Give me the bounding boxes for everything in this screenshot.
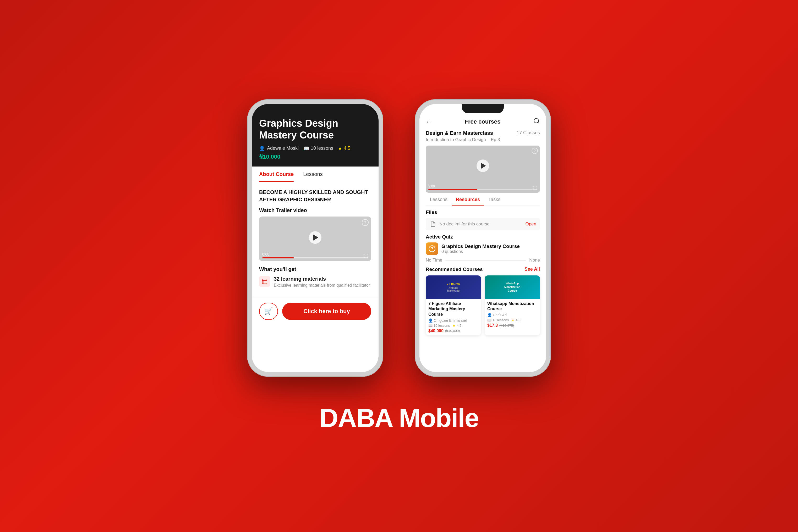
- course-author: 👤 Adewale Moski: [259, 146, 299, 151]
- notch-1: [294, 104, 336, 113]
- page-title: Free courses: [465, 118, 501, 125]
- files-title: Files: [426, 209, 540, 215]
- book-icon-2: 📖: [487, 318, 491, 322]
- course-title: Graphics Design Mastery Course: [259, 117, 371, 141]
- rec-card-2[interactable]: WhatsApp Monetization Course Whatsapp Mo…: [485, 276, 540, 335]
- fullscreen-icon[interactable]: ⛶: [533, 186, 537, 190]
- person-icon-1: 👤: [428, 318, 433, 323]
- price-orig-1: (₦40,000): [445, 329, 460, 333]
- materials-count: 32 learning materials: [274, 276, 370, 282]
- help-icon[interactable]: ?: [362, 219, 369, 226]
- cart-icon: 🛒: [264, 307, 273, 315]
- price-main-2: $17.3: [487, 323, 498, 328]
- progress-fill: [262, 258, 294, 259]
- price-orig-2: (₦10,375): [499, 324, 514, 327]
- recommended-header: Recommended Courses See All: [426, 267, 540, 272]
- active-quiz-title: Active Quiz: [426, 234, 540, 240]
- rating: ★ 4.5: [338, 146, 350, 151]
- classes-count: 17 Classes: [517, 130, 540, 136]
- back-button[interactable]: ←: [426, 118, 432, 126]
- quiz-time-row: No Time None: [426, 258, 540, 263]
- lesson-tabs: Lessons Resources Tasks: [426, 194, 540, 206]
- brand-name: DABA Mobile: [319, 403, 479, 433]
- progress-bar-p2[interactable]: [428, 189, 537, 190]
- watch-trailer-label: Watch Trailer video: [259, 207, 371, 213]
- no-doc-row: No doc imi for this course Open: [426, 218, 540, 230]
- see-all-link[interactable]: See All: [524, 267, 540, 272]
- course-headline: BECOME A HIGHLY SKILLED AND SOUGHT AFTER…: [259, 189, 371, 203]
- quiz-thumbnail: [426, 243, 438, 255]
- rec-card-lessons-1: 📖 10 lessons ★ 4.5: [428, 324, 478, 327]
- phone-2-inner: ← Free courses Design & Earn Masterclass…: [420, 104, 546, 372]
- rec-card-body-2: Whatsapp Monetization Course 👤 Chris Ari…: [485, 299, 540, 330]
- tab-about-course[interactable]: About Course: [259, 167, 294, 182]
- course-name: Design & Earn Masterclass: [426, 130, 493, 136]
- phone1-content: Graphics Design Mastery Course 👤 Adewale…: [252, 104, 378, 372]
- phone2-content: ← Free courses Design & Earn Masterclass…: [420, 104, 546, 372]
- star-icon: ★: [338, 146, 342, 151]
- price-main-1: $40,000: [428, 328, 444, 333]
- star-icon-1: ★: [452, 324, 456, 327]
- active-quiz-section: Active Quiz Graphics Design Mastery: [426, 234, 540, 263]
- recommended-cards: 7 Figures Affiliate Marketing 7 Figure A…: [426, 276, 540, 335]
- tab-tasks[interactable]: Tasks: [484, 194, 505, 206]
- book-icon: 📖: [303, 146, 309, 151]
- progress-fill-p2: [428, 189, 477, 190]
- play-button[interactable]: [309, 231, 321, 244]
- open-link[interactable]: Open: [525, 222, 536, 227]
- recommended-section: Recommended Courses See All 7 Figures Af…: [426, 267, 540, 335]
- document-icon: [429, 221, 437, 228]
- course-price: ₦10,000: [259, 153, 371, 160]
- notch-2: [462, 104, 504, 113]
- star-icon-2: ★: [512, 318, 515, 322]
- phone2-body: Design & Earn Masterclass 17 Classes Int…: [420, 130, 546, 372]
- help-icon-p2[interactable]: ?: [532, 148, 538, 154]
- play-button-p2[interactable]: [477, 159, 489, 172]
- phone-1-inner: Graphics Design Mastery Course 👤 Adewale…: [252, 104, 378, 372]
- play-icon: [481, 163, 486, 169]
- course-header-row: Design & Earn Masterclass 17 Classes: [426, 130, 540, 136]
- svg-rect-0: [262, 279, 267, 284]
- rec-card-price-2: $17.3 (₦10,375): [487, 323, 537, 328]
- rec-card-lessons-2: 📖 10 lessons ★ 4.5: [487, 318, 537, 322]
- material-text: 32 learning materials Exclusive learning…: [274, 276, 370, 288]
- rec-card-1[interactable]: 7 Figures Affiliate Marketing 7 Figure A…: [426, 276, 481, 335]
- book-icon-1: 📖: [428, 324, 432, 327]
- rec-card-author-1: 👤 Chigozie Emmanuel: [428, 318, 478, 323]
- phone-1: Graphics Design Mastery Course 👤 Adewale…: [247, 99, 383, 377]
- what-youll-get-section: What you'll get 32 learning materia: [259, 266, 371, 288]
- person-icon: 👤: [259, 146, 265, 151]
- video-time: 0:00: [262, 252, 368, 256]
- tab-lessons-p2[interactable]: Lessons: [426, 194, 452, 206]
- lesson-video-player[interactable]: ? 3:09 ⛶: [426, 146, 540, 193]
- tab-lessons[interactable]: Lessons: [303, 167, 323, 182]
- quiz-row: Graphics Design Mastery Course 0 questio…: [426, 243, 540, 255]
- rec-card-price-1: $40,000 (₦40,000): [428, 328, 478, 333]
- buy-button[interactable]: Click here to buy: [282, 303, 371, 320]
- none-label: None: [529, 258, 540, 263]
- cart-button[interactable]: 🛒: [259, 303, 278, 320]
- video-controls-p2: 3:09: [428, 184, 537, 190]
- quiz-questions: 0 questions: [442, 249, 520, 254]
- progress-bar[interactable]: [262, 258, 368, 259]
- video-controls: 0:00: [262, 252, 368, 259]
- trailer-video-player[interactable]: ? 0:00 ⛶: [259, 216, 371, 261]
- lessons-count: 📖 10 lessons: [303, 146, 333, 151]
- material-icon: [259, 276, 270, 287]
- tab-resources[interactable]: Resources: [452, 194, 484, 206]
- phone1-body: BECOME A HIGHLY SKILLED AND SOUGHT AFTER…: [252, 182, 378, 294]
- search-button[interactable]: [533, 117, 540, 126]
- recommended-title: Recommended Courses: [426, 267, 483, 272]
- expand-icon[interactable]: ⛶: [364, 254, 368, 259]
- phone1-footer: 🛒 Click here to buy: [252, 297, 378, 325]
- no-doc-left: No doc imi for this course: [429, 221, 490, 228]
- course-meta: 👤 Adewale Moski 📖 10 lessons ★ 4.5: [259, 146, 371, 151]
- quiz-info: Graphics Design Mastery Course 0 questio…: [442, 244, 520, 254]
- no-time-label: No Time: [426, 258, 442, 263]
- video-time-p2: 3:09: [428, 184, 537, 188]
- svg-point-3: [534, 118, 538, 123]
- what-youll-get-title: What you'll get: [259, 266, 371, 272]
- phone-2: ← Free courses Design & Earn Masterclass…: [415, 99, 551, 377]
- quiz-course-name: Graphics Design Mastery Course: [442, 244, 520, 249]
- rec-card-thumb-2: WhatsApp Monetization Course: [485, 276, 540, 299]
